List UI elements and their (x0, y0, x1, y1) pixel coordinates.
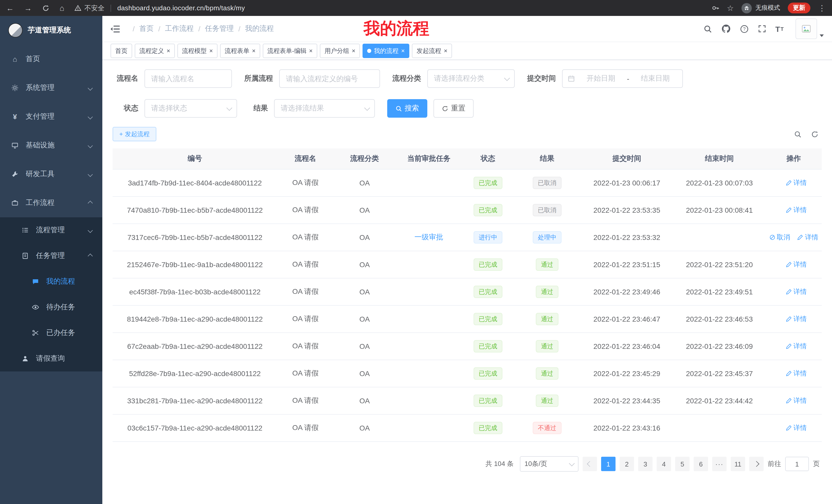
cell-current-task (395, 197, 462, 224)
owner-process-input[interactable] (279, 69, 380, 88)
range-separator: - (627, 75, 629, 83)
breadcrumb-item[interactable]: / 我的流程 (234, 24, 274, 33)
sidebar-item-workflow[interactable]: 工作流程 (0, 189, 102, 217)
view-tab[interactable]: 流程表单-编辑 × (263, 44, 317, 58)
detail-action[interactable]: 详情 (786, 260, 807, 269)
detail-action[interactable]: 详情 (786, 396, 807, 405)
chevron-down-icon (227, 105, 232, 111)
close-icon[interactable]: × (166, 48, 170, 54)
font-size-icon[interactable]: TT (775, 24, 784, 33)
cell-category: OA (334, 169, 395, 197)
browser-menu-icon[interactable]: ⋮ (818, 3, 826, 12)
process-name-input[interactable] (145, 69, 232, 88)
key-icon[interactable] (711, 4, 719, 12)
next-page-button[interactable] (749, 457, 763, 471)
page-size-select[interactable]: 10条/页 (520, 456, 578, 472)
close-icon[interactable]: × (444, 48, 447, 54)
fullscreen-icon[interactable] (758, 25, 766, 33)
refresh-table-icon[interactable] (811, 130, 818, 138)
sidebar-item-leave-query[interactable]: 请假查询 (0, 346, 102, 371)
goto-page-input[interactable] (785, 457, 809, 471)
security-indicator[interactable]: 不安全 (75, 3, 104, 12)
sidebar-item-todo-tasks[interactable]: 待办任务 (0, 295, 102, 320)
edit-icon (786, 370, 792, 376)
url-text[interactable]: dashboard.yudao.iocoder.cn/bpm/task/my (117, 4, 245, 12)
page-button[interactable]: 6 (694, 457, 708, 471)
current-task-link[interactable]: 一级审批 (414, 233, 443, 241)
breadcrumb-separator: / (238, 25, 240, 33)
table-row: 7317cec6-7b9b-11ec-b5b7-acde48001122 OA … (113, 224, 822, 251)
sidebar-item-system[interactable]: 系统管理 (0, 74, 102, 102)
detail-action[interactable]: 详情 (786, 369, 807, 378)
sidebar-item-done-tasks[interactable]: 已办任务 (0, 320, 102, 346)
reset-button[interactable]: 重置 (434, 99, 474, 118)
toggle-search-icon[interactable] (794, 130, 802, 138)
view-tab[interactable]: 我的流程 × (363, 44, 409, 58)
page-button[interactable]: 11 (731, 457, 745, 471)
reload-icon[interactable] (42, 4, 49, 11)
page-button[interactable]: 4 (657, 457, 671, 471)
sidebar-item-my-process[interactable]: 我的流程 (0, 269, 102, 295)
breadcrumb-item[interactable]: / 首页 (128, 24, 154, 33)
detail-action[interactable]: 详情 (786, 342, 807, 351)
forward-icon[interactable]: → (24, 4, 32, 12)
page-button[interactable]: 5 (675, 457, 690, 471)
github-icon[interactable] (721, 24, 730, 33)
browser-update-button[interactable]: 更新 (788, 3, 810, 13)
user-menu[interactable] (796, 19, 824, 39)
view-tab[interactable]: 流程定义 × (135, 44, 175, 58)
detail-action[interactable]: 详情 (786, 423, 807, 432)
sidebar-item-home[interactable]: ⌂ 首页 (0, 45, 102, 74)
status-select[interactable]: 请选择状态 (145, 99, 237, 118)
cell-status: 已完成 (462, 197, 514, 224)
view-tab[interactable]: 发起流程 × (412, 44, 452, 58)
close-icon[interactable]: × (401, 48, 405, 54)
page-button[interactable]: 3 (638, 457, 653, 471)
search-icon[interactable] (703, 24, 712, 33)
page-button[interactable]: 2 (620, 457, 634, 471)
result-select[interactable]: 请选择流结果 (274, 99, 375, 118)
sidebar-item-payment[interactable]: ¥ 支付管理 (0, 102, 102, 131)
close-icon[interactable]: × (352, 48, 355, 54)
search-button[interactable]: 搜索 (387, 99, 427, 118)
page-button[interactable]: 1 (601, 457, 616, 471)
browser-toolbar: ← → ⌂ 不安全 dashboard.yudao.iocoder.cn/bpm… (0, 0, 832, 16)
view-tab[interactable]: 流程表单 × (220, 44, 260, 58)
browser-home-icon[interactable]: ⌂ (60, 4, 64, 12)
breadcrumb-item[interactable]: / 任务管理 (194, 24, 234, 33)
detail-action[interactable]: 详情 (786, 178, 807, 188)
page-button[interactable]: ··· (712, 457, 727, 471)
category-select[interactable]: 请选择流程分类 (427, 69, 515, 88)
sidebar-item-infra[interactable]: 基础设施 (0, 131, 102, 160)
close-icon[interactable]: × (209, 48, 213, 54)
image-placeholder-icon (802, 24, 811, 33)
cell-end-time: 2022-01-23 00:07:03 (673, 169, 766, 197)
submit-time-range-picker[interactable]: 开始日期 - 结束日期 (562, 69, 683, 88)
detail-action[interactable]: 详情 (797, 233, 818, 242)
cell-actions: 详情 (766, 360, 822, 387)
chevron-right-icon (754, 461, 759, 467)
view-tab[interactable]: 首页 × (110, 44, 132, 58)
wrench-icon (10, 171, 20, 178)
view-tab[interactable]: 流程模型 × (177, 44, 217, 58)
sidebar-item-devtools[interactable]: 研发工具 (0, 160, 102, 189)
close-icon[interactable]: × (252, 48, 256, 54)
cancel-action[interactable]: 取消 (769, 233, 790, 242)
sidebar-item-task-mgmt[interactable]: 任务管理 (0, 243, 102, 269)
help-icon[interactable]: ? (740, 24, 749, 33)
bookmark-star-icon[interactable]: ☆ (727, 4, 734, 12)
sidebar-item-process-mgmt[interactable]: 流程管理 (0, 217, 102, 243)
close-icon[interactable]: × (309, 48, 313, 54)
hamburger-icon[interactable] (110, 25, 120, 33)
start-process-button[interactable]: + 发起流程 (113, 127, 156, 141)
detail-action[interactable]: 详情 (786, 314, 807, 324)
detail-action[interactable]: 详情 (786, 205, 807, 215)
detail-action[interactable]: 详情 (786, 287, 807, 297)
avatar[interactable] (796, 19, 817, 39)
cell-actions: 详情 (766, 278, 822, 305)
status-label: 状态 (113, 104, 145, 113)
prev-page-button[interactable] (582, 457, 597, 471)
view-tab[interactable]: 用户分组 × (320, 44, 360, 58)
back-icon[interactable]: ← (6, 4, 14, 12)
breadcrumb-item[interactable]: / 工作流程 (154, 24, 194, 33)
